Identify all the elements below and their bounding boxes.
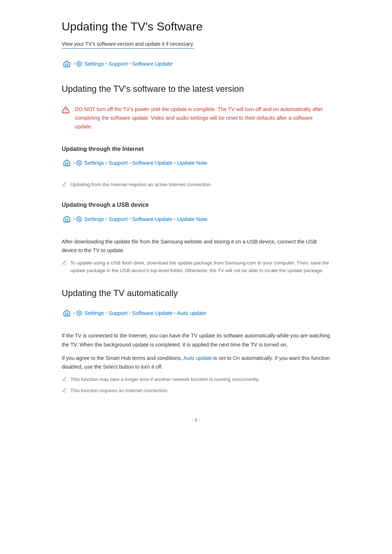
auto-note-2-text: This function requires an Internet conne…	[70, 387, 168, 395]
section-1: Updating the TV's software to the latest…	[62, 82, 330, 133]
chevron-icon-10: ›	[129, 215, 130, 223]
chevron-icon-8: ›	[73, 215, 75, 223]
usb-body-text: After downloading the update file from t…	[62, 237, 330, 255]
auto-breadcrumb-support[interactable]: Support	[109, 309, 128, 317]
usb-breadcrumb-support[interactable]: Support	[109, 215, 128, 223]
internet-note: Updating from the Internet requires an a…	[62, 181, 330, 189]
chevron-icon-14: ›	[129, 309, 130, 317]
auto-breadcrumb-auto-update[interactable]: Auto update	[177, 309, 207, 317]
auto-breadcrumb: › Settings › Support › Software Update ›…	[62, 308, 330, 318]
chevron-icon-7: ›	[174, 159, 176, 167]
auto-body-text-1: If the TV is connected to the Internet, …	[62, 331, 330, 349]
chevron-icon-12: ›	[73, 309, 75, 317]
svg-point-5	[78, 312, 80, 314]
chevron-icon-6: ›	[129, 159, 130, 167]
settings-icon-4	[76, 310, 82, 316]
main-title: Updating the TV's Software	[62, 17, 330, 36]
internet-breadcrumb-support[interactable]: Support	[109, 159, 128, 167]
page-subtitle: View your TV's software version and upda…	[62, 40, 194, 48]
home-icon-4	[62, 308, 72, 318]
chevron-icon-13: ›	[106, 309, 107, 317]
svg-point-4	[78, 218, 80, 220]
page-container: Updating the TV's Software View your TV'…	[40, 0, 352, 453]
auto-body-prefix: If you agree to the Smart Hub terms and …	[62, 355, 182, 361]
page-number: - 6 -	[192, 417, 200, 423]
internet-breadcrumb-settings[interactable]: Settings	[84, 159, 104, 167]
usb-breadcrumb-software-update[interactable]: Software Update	[132, 215, 173, 223]
warning-triangle-icon	[62, 106, 70, 131]
subsection-usb: Updating through a USB device › Settings…	[62, 200, 330, 275]
auto-breadcrumb-settings[interactable]: Settings	[84, 309, 104, 317]
chevron-icon-4: ›	[73, 159, 75, 167]
home-icon-3	[62, 214, 72, 224]
subsection-internet: Updating through the Internet › Settings…	[62, 144, 330, 189]
subsection-usb-title: Updating through a USB device	[62, 200, 330, 210]
top-breadcrumb: › Settings › Support › Software Update	[62, 59, 330, 69]
home-icon-2	[62, 158, 72, 168]
breadcrumb-settings[interactable]: Settings	[84, 59, 104, 68]
breadcrumb-software-update[interactable]: Software Update	[132, 59, 173, 68]
auto-body-text-2: If you agree to the Smart Hub terms and …	[62, 354, 330, 372]
usb-breadcrumb-settings[interactable]: Settings	[84, 215, 104, 223]
auto-note-1-text: This function may take a longer time if …	[70, 376, 260, 383]
internet-note-text: Updating from the Internet requires an a…	[70, 181, 212, 189]
chevron-icon-3: ›	[129, 60, 130, 67]
auto-breadcrumb-software-update[interactable]: Software Update	[132, 309, 173, 317]
section-1-title: Updating the TV's software to the latest…	[62, 82, 330, 96]
svg-point-0	[78, 63, 80, 65]
internet-breadcrumb-software-update[interactable]: Software Update	[132, 159, 173, 167]
chevron-icon-15: ›	[174, 309, 176, 317]
auto-note-2: This function requires an Internet conne…	[62, 387, 330, 395]
subsection-internet-title: Updating through the Internet	[62, 144, 330, 154]
chevron-icon-9: ›	[106, 215, 107, 223]
home-icon	[62, 59, 72, 69]
usb-breadcrumb-update-now[interactable]: Update Now	[177, 215, 207, 223]
warning-box: DO NOT turn off the TV's power until the…	[62, 104, 330, 133]
usb-breadcrumb: › Settings › Support › Software Update ›…	[62, 214, 330, 224]
chevron-icon-2: ›	[106, 60, 107, 67]
internet-breadcrumb-update-now[interactable]: Update Now	[177, 159, 207, 167]
chevron-icon-11: ›	[174, 215, 176, 223]
settings-icon-2	[76, 160, 82, 166]
on-link[interactable]: On	[233, 355, 240, 361]
page-footer: - 6 -	[62, 416, 330, 424]
pencil-icon-4	[62, 388, 67, 393]
pencil-icon-2	[62, 260, 67, 265]
auto-note-1: This function may take a longer time if …	[62, 376, 330, 383]
auto-update-link[interactable]: Auto update	[183, 355, 212, 361]
breadcrumb-support[interactable]: Support	[109, 59, 128, 68]
warning-text: DO NOT turn off the TV's power until the…	[75, 105, 330, 131]
svg-point-3	[78, 162, 80, 164]
settings-icon-3	[76, 216, 82, 222]
settings-icon	[76, 61, 82, 67]
section-2: Updating the TV automatically › Settings…	[62, 286, 330, 395]
usb-note: To update using a USB flash drive, downl…	[62, 259, 330, 275]
section-2-title: Updating the TV automatically	[62, 286, 330, 300]
pencil-icon-3	[62, 377, 67, 382]
internet-breadcrumb: › Settings › Support › Software Update ›…	[62, 158, 330, 168]
pencil-icon-1	[62, 182, 67, 187]
usb-note-text: To update using a USB flash drive, downl…	[70, 259, 330, 275]
chevron-icon-1: ›	[73, 60, 75, 67]
chevron-icon-5: ›	[106, 159, 107, 167]
auto-body-middle: is set to	[213, 355, 232, 361]
